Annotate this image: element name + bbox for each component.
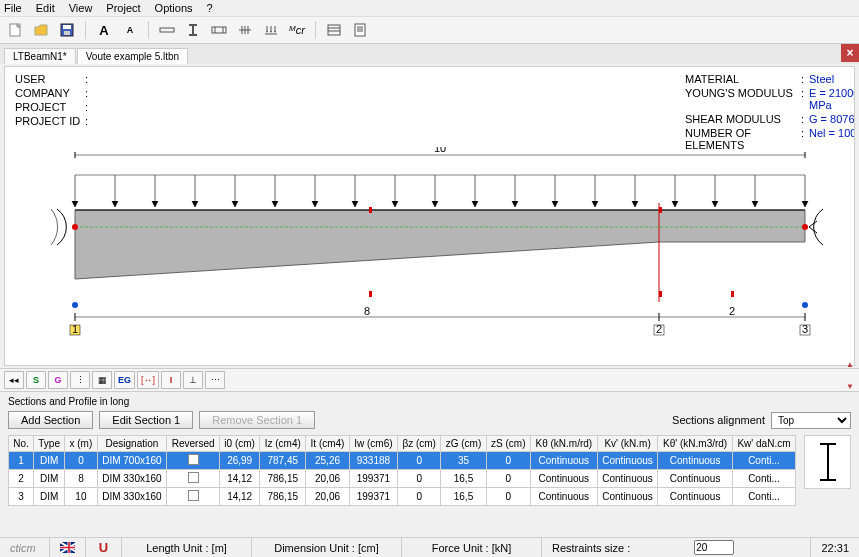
svg-text:2: 2 bbox=[729, 305, 735, 317]
column-header[interactable]: Kθ (kN.m/rd) bbox=[530, 436, 597, 452]
dots-icon[interactable]: ⋮ bbox=[70, 371, 90, 389]
svg-text:8: 8 bbox=[364, 305, 370, 317]
column-header[interactable]: Kθ' (kN.m3/rd) bbox=[658, 436, 732, 452]
reversed-checkbox[interactable] bbox=[188, 490, 199, 501]
svg-text:2: 2 bbox=[656, 323, 662, 335]
value-user bbox=[93, 73, 233, 85]
table-row[interactable]: 1DIM0DIM 700x16026,99787,4525,2693318803… bbox=[9, 452, 796, 470]
sections-alignment-select[interactable]: Top bbox=[771, 412, 851, 429]
main-toolbar: A A Mcr bbox=[0, 17, 859, 44]
menu-file[interactable]: File bbox=[4, 2, 22, 14]
more-icon[interactable]: ⋯ bbox=[205, 371, 225, 389]
i-icon[interactable]: I bbox=[161, 371, 181, 389]
mcr-icon[interactable]: Mcr bbox=[286, 19, 308, 41]
status-bar: cticm U Length Unit : [m] Dimension Unit… bbox=[0, 537, 859, 557]
section-i-icon[interactable] bbox=[182, 19, 204, 41]
column-header[interactable]: Kv' (kN.m) bbox=[597, 436, 658, 452]
u-button[interactable]: U bbox=[86, 538, 122, 557]
sections-panel: Sections and Profile in long Add Section… bbox=[0, 392, 859, 506]
column-header[interactable]: Iw (cm6) bbox=[349, 436, 397, 452]
svg-rect-46 bbox=[369, 207, 372, 213]
svg-point-52 bbox=[802, 224, 808, 230]
table-row[interactable]: 2DIM8DIM 330x16014,12786,1520,0619937101… bbox=[9, 470, 796, 488]
document-tabs: LTBeamN1* Voute example 5.ltbn × bbox=[0, 44, 859, 64]
svg-point-55 bbox=[802, 302, 808, 308]
bracket-icon[interactable]: [↔] bbox=[137, 371, 159, 389]
label-user: USER bbox=[15, 73, 85, 85]
value-youngs: E = 210000 MPa bbox=[809, 87, 855, 111]
label-project: PROJECT bbox=[15, 101, 85, 113]
beam-diagram[interactable]: 10 bbox=[45, 147, 814, 337]
text-size-small-icon[interactable]: A bbox=[119, 19, 141, 41]
beam-icon[interactable] bbox=[156, 19, 178, 41]
section-preview bbox=[804, 435, 851, 489]
new-file-icon[interactable] bbox=[4, 19, 26, 41]
column-header[interactable]: βz (cm) bbox=[398, 436, 441, 452]
reversed-checkbox[interactable] bbox=[188, 454, 199, 465]
column-header[interactable]: It (cm4) bbox=[306, 436, 350, 452]
load-icon[interactable] bbox=[260, 19, 282, 41]
table-row[interactable]: 3DIM10DIM 330x16014,12786,1520,061993710… bbox=[9, 488, 796, 506]
label-shear: SHEAR MODULUS bbox=[685, 113, 801, 125]
project-info-left: USER: COMPANY: PROJECT: PROJECT ID: bbox=[15, 73, 233, 127]
label-youngs: YOUNG'S MODULUS bbox=[685, 87, 801, 111]
column-header[interactable]: Kw' daN.cm bbox=[732, 436, 795, 452]
column-header[interactable]: Designation bbox=[97, 436, 167, 452]
tab-ltbeamn1[interactable]: LTBeamN1* bbox=[4, 48, 76, 64]
report-icon[interactable] bbox=[349, 19, 371, 41]
svg-text:1: 1 bbox=[72, 323, 78, 335]
force-unit-label[interactable]: Force Unit : [kN] bbox=[402, 538, 542, 557]
clock-label: 22:31 bbox=[811, 538, 859, 557]
dimension-unit-label[interactable]: Dimension Unit : [cm] bbox=[252, 538, 402, 557]
column-header[interactable]: x (m) bbox=[65, 436, 97, 452]
column-header[interactable]: Type bbox=[34, 436, 65, 452]
svg-rect-3 bbox=[64, 31, 70, 35]
brand-label: cticm bbox=[0, 538, 50, 557]
label-projectid: PROJECT ID bbox=[15, 115, 85, 127]
column-header[interactable]: zG (cm) bbox=[441, 436, 486, 452]
menu-help[interactable]: ? bbox=[207, 2, 213, 14]
svg-marker-43 bbox=[75, 210, 805, 279]
save-file-icon[interactable] bbox=[56, 19, 78, 41]
s-button[interactable]: S bbox=[26, 371, 46, 389]
scroll-down-icon[interactable]: ▼ bbox=[843, 382, 857, 392]
language-icon[interactable] bbox=[50, 538, 86, 557]
menu-project[interactable]: Project bbox=[106, 2, 140, 14]
support-icon[interactable]: ⊥ bbox=[183, 371, 203, 389]
column-header[interactable]: Iz (cm4) bbox=[260, 436, 306, 452]
results-icon[interactable] bbox=[323, 19, 345, 41]
sections-table[interactable]: No.Typex (m)DesignationReversedi0 (cm)Iz… bbox=[8, 435, 796, 506]
edit-section-button[interactable]: Edit Section 1 bbox=[99, 411, 193, 429]
menu-edit[interactable]: Edit bbox=[36, 2, 55, 14]
close-document-icon[interactable]: × bbox=[841, 44, 859, 62]
svg-rect-4 bbox=[160, 28, 174, 32]
column-header[interactable]: zS (cm) bbox=[486, 436, 530, 452]
beam-alt-icon[interactable] bbox=[208, 19, 230, 41]
menu-options[interactable]: Options bbox=[155, 2, 193, 14]
rewind-icon[interactable]: ◂◂ bbox=[4, 371, 24, 389]
tab-voute-example[interactable]: Voute example 5.ltbn bbox=[77, 48, 188, 64]
open-file-icon[interactable] bbox=[30, 19, 52, 41]
length-unit-label[interactable]: Length Unit : [m] bbox=[122, 538, 252, 557]
text-size-icon[interactable]: A bbox=[93, 19, 115, 41]
restraints-size-input[interactable] bbox=[694, 540, 734, 555]
column-header[interactable]: Reversed bbox=[167, 436, 220, 452]
grid-icon[interactable]: ▦ bbox=[92, 371, 112, 389]
value-shear: G = 80769 MPa bbox=[809, 113, 855, 125]
g-button[interactable]: G bbox=[48, 371, 68, 389]
menu-view[interactable]: View bbox=[69, 2, 93, 14]
view-toolbar: ◂◂ S G ⋮ ▦ EG [↔] I ⊥ ⋯ bbox=[0, 368, 859, 392]
value-project bbox=[93, 101, 233, 113]
divide-icon[interactable] bbox=[234, 19, 256, 41]
scroll-up-icon[interactable]: ▲ bbox=[843, 360, 857, 370]
beam-view: USER: COMPANY: PROJECT: PROJECT ID: MATE… bbox=[4, 66, 855, 366]
column-header[interactable]: i0 (cm) bbox=[220, 436, 260, 452]
eg-button[interactable]: EG bbox=[114, 371, 135, 389]
column-header[interactable]: No. bbox=[9, 436, 34, 452]
svg-rect-48 bbox=[369, 291, 372, 297]
svg-point-54 bbox=[72, 302, 78, 308]
add-section-button[interactable]: Add Section bbox=[8, 411, 93, 429]
label-material: MATERIAL bbox=[685, 73, 801, 85]
reversed-checkbox[interactable] bbox=[188, 472, 199, 483]
svg-rect-5 bbox=[212, 27, 226, 33]
